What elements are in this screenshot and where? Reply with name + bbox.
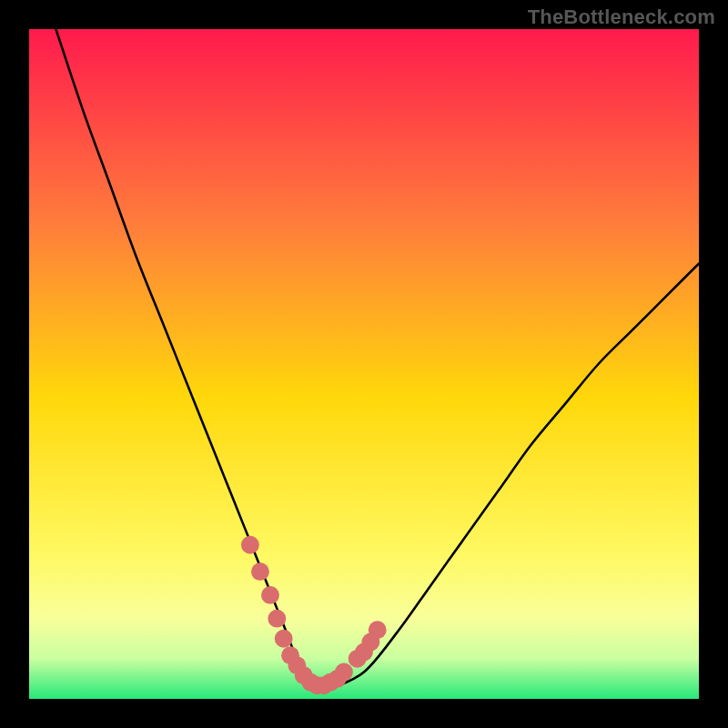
watermark-text: TheBottleneck.com bbox=[528, 5, 715, 29]
plot-area bbox=[29, 29, 699, 699]
curve-marker bbox=[261, 586, 279, 604]
marker-cluster-bottom bbox=[295, 663, 353, 695]
curve-marker bbox=[251, 562, 269, 581]
marker-cluster-right bbox=[349, 621, 387, 668]
curve-marker bbox=[335, 663, 353, 682]
chart-frame: TheBottleneck.com bbox=[0, 0, 728, 728]
curve-marker bbox=[268, 610, 286, 628]
marker-cluster-left bbox=[241, 536, 306, 674]
curve-marker bbox=[241, 536, 259, 554]
bottleneck-curve bbox=[56, 29, 699, 693]
curve-marker bbox=[369, 621, 387, 639]
curve-marker bbox=[275, 630, 293, 648]
chart-svg bbox=[29, 29, 699, 699]
